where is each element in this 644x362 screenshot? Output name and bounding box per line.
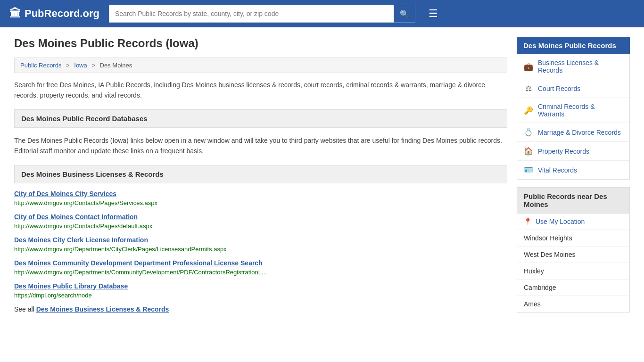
- sidebar-item-label-court: Court Records: [538, 85, 580, 92]
- sidebar-nearby-title: Public Records near Des Moines: [517, 187, 630, 214]
- record-url-0: http://www.dmgov.org/Contacts/Pages/Serv…: [14, 199, 507, 206]
- menu-button[interactable]: ☰: [425, 6, 442, 22]
- content-wrapper: Des Moines Public Records (Iowa) Public …: [0, 27, 644, 322]
- key-icon: 🔑: [524, 106, 533, 115]
- sidebar-item-vital-records[interactable]: 🪪 Vital Records: [517, 161, 629, 179]
- record-entry-2: Des Moines City Clerk License Informatio…: [14, 236, 507, 253]
- site-header: 🏛 PubRecord.org 🔍 ☰: [0, 0, 644, 27]
- record-link-0[interactable]: City of Des Moines City Services: [14, 190, 116, 197]
- page-title: Des Moines Public Records (Iowa): [14, 37, 507, 50]
- search-icon: 🔍: [400, 9, 409, 18]
- sidebar-item-marriage-records[interactable]: 💍 Marriage & Divorce Records: [517, 123, 629, 142]
- use-my-location-label: Use My Location: [536, 218, 585, 225]
- sidebar-item-label-business: Business Licenses & Records: [538, 59, 623, 74]
- site-logo[interactable]: 🏛 PubRecord.org: [9, 7, 99, 20]
- sidebar-nearby-west-des-moines[interactable]: West Des Moines: [517, 247, 629, 263]
- sidebar-item-business-licenses[interactable]: 💼 Business Licenses & Records: [517, 54, 629, 79]
- databases-description: The Des Moines Public Records (Iowa) lin…: [14, 135, 507, 156]
- record-link-4[interactable]: Des Moines Public Library Database: [14, 282, 128, 290]
- breadcrumb: Public Records > Iowa > Des Moines: [14, 58, 507, 73]
- search-bar: 🔍: [109, 5, 415, 23]
- main-content: Des Moines Public Records (Iowa) Public …: [14, 37, 507, 313]
- sidebar-item-criminal-records[interactable]: 🔑 Criminal Records & Warrants: [517, 98, 629, 123]
- sidebar-nearby-huxley[interactable]: Huxley: [517, 263, 629, 280]
- sidebar-nearby-windsor-heights[interactable]: Windsor Heights: [517, 230, 629, 247]
- record-entry-1: City of Des Moines Contact Information h…: [14, 213, 507, 230]
- rings-icon: 💍: [524, 128, 533, 137]
- sidebar-item-property-records[interactable]: 🏠 Property Records: [517, 142, 629, 161]
- briefcase-icon: 💼: [524, 62, 533, 71]
- record-entry-0: City of Des Moines City Services http://…: [14, 190, 507, 206]
- record-entry-3: Des Moines Community Development Departm…: [14, 259, 507, 276]
- sidebar-nearby-ames[interactable]: Ames: [517, 296, 629, 312]
- hamburger-icon: ☰: [429, 8, 438, 19]
- record-url-4: https://dmpl.org/search/node: [14, 292, 507, 299]
- record-link-1[interactable]: City of Des Moines Contact Information: [14, 213, 138, 221]
- record-url-3: http://www.dmgov.org/Departments/Communi…: [14, 269, 507, 276]
- id-icon: 🪪: [524, 165, 533, 174]
- house-icon: 🏠: [524, 147, 533, 156]
- sidebar: Des Moines Public Records 💼 Business Lic…: [517, 37, 630, 313]
- record-url-2: http://www.dmgov.org/Departments/CityCle…: [14, 246, 507, 253]
- search-button[interactable]: 🔍: [394, 5, 415, 23]
- sidebar-records-links: 💼 Business Licenses & Records ⚖ Court Re…: [517, 54, 630, 180]
- sidebar-item-label-criminal: Criminal Records & Warrants: [538, 103, 623, 118]
- record-link-3[interactable]: Des Moines Community Development Departm…: [14, 259, 263, 267]
- intro-text: Search for free Des Moines, IA Public Re…: [14, 80, 507, 101]
- breadcrumb-current: Des Moines: [100, 62, 132, 69]
- sidebar-item-court-records[interactable]: ⚖ Court Records: [517, 79, 629, 98]
- breadcrumb-sep-2: >: [91, 62, 95, 69]
- sidebar-item-label-vital: Vital Records: [538, 166, 577, 174]
- sidebar-item-label-property: Property Records: [538, 148, 589, 155]
- sidebar-nearby-use-location[interactable]: 📍 Use My Location: [517, 214, 629, 230]
- see-all: See all Des Moines Business Licenses & R…: [14, 305, 507, 313]
- logo-icon: 🏛: [9, 7, 21, 20]
- record-link-2[interactable]: Des Moines City Clerk License Informatio…: [14, 236, 148, 244]
- business-section-header: Des Moines Business Licenses & Records: [14, 165, 507, 183]
- sidebar-item-label-marriage: Marriage & Divorce Records: [538, 129, 621, 136]
- databases-section-header: Des Moines Public Record Databases: [14, 109, 507, 128]
- record-url-1: http://www.dmgov.org/Contacts/Pages/defa…: [14, 222, 507, 230]
- logo-text: PubRecord.org: [25, 8, 99, 20]
- scale-icon: ⚖: [524, 84, 533, 93]
- record-entry-4: Des Moines Public Library Database https…: [14, 282, 507, 299]
- sidebar-records-title: Des Moines Public Records: [517, 37, 630, 54]
- sidebar-nearby-links: 📍 Use My Location Windsor Heights West D…: [517, 214, 630, 313]
- breadcrumb-sep-1: >: [66, 62, 70, 69]
- search-input[interactable]: [109, 5, 394, 23]
- see-all-link[interactable]: Des Moines Business Licenses & Records: [36, 305, 169, 313]
- breadcrumb-link-public-records[interactable]: Public Records: [20, 62, 61, 69]
- location-pin-icon: 📍: [524, 218, 532, 225]
- breadcrumb-link-iowa[interactable]: Iowa: [74, 62, 87, 69]
- sidebar-nearby-cambridge[interactable]: Cambridge: [517, 280, 629, 296]
